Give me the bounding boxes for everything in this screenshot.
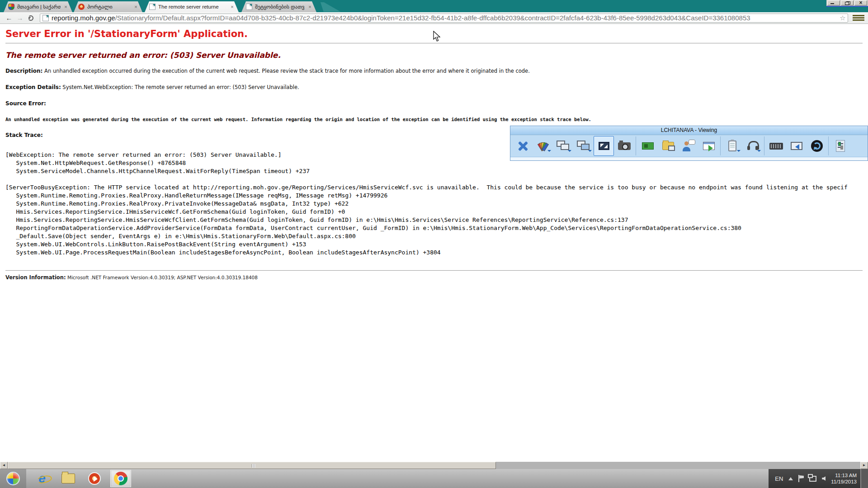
folder-icon — [662, 142, 674, 150]
volume-icon[interactable] — [822, 476, 826, 481]
stack-trace-label: Stack Trace: — [5, 132, 43, 138]
error-page: Server Error in '/StationaryForm' Applic… — [0, 24, 868, 462]
taskbar-internet-explorer[interactable]: e — [32, 470, 52, 487]
url-path: /Stationaryform/Default.aspx?formID=aa04… — [115, 14, 750, 22]
tab-home-georgia[interactable]: მთავარი | საქართველ — [4, 1, 72, 12]
send-window-icon[interactable] — [698, 136, 719, 156]
tab-remote-server-error[interactable]: The remote server returne — [145, 1, 239, 12]
headset-icon — [747, 141, 758, 151]
clock[interactable]: 11:13 AM 11/19/2013 — [831, 472, 859, 485]
bookmark-star-icon[interactable] — [838, 14, 848, 22]
exception-details-line: Exception Details: System.Net.WebExcepti… — [5, 84, 863, 90]
reload-icon — [28, 15, 33, 21]
show-desktop-button[interactable] — [860, 469, 868, 488]
audio-headset-icon[interactable] — [742, 136, 763, 156]
action-center-flag-icon[interactable] — [798, 475, 804, 482]
reboot-refresh-icon[interactable] — [807, 136, 827, 156]
minimize-button[interactable] — [827, 0, 840, 5]
internet-explorer-icon: e — [38, 471, 46, 486]
show-hidden-icons-chevron[interactable] — [788, 475, 793, 480]
color-quality-icon[interactable] — [533, 136, 553, 156]
toolbar-separator — [720, 136, 721, 155]
windows-logo-icon — [6, 472, 20, 485]
scroll-left-arrow-icon[interactable] — [0, 462, 8, 469]
chrome-toolbar: reporting.moh.gov.ge/Stationaryform/Defa… — [0, 12, 868, 24]
error-subtitle: The remote server returned an error: (50… — [5, 51, 863, 60]
tab-title: პორტალი — [87, 4, 131, 10]
chat-icon[interactable] — [678, 136, 698, 156]
version-information-label: Version Information: — [5, 274, 66, 281]
chrome-tab-strip: მთავარი | საქართველ პორტალი The remote s… — [0, 0, 868, 12]
tab-close-icon[interactable] — [63, 4, 69, 10]
window-arrow-icon — [703, 142, 715, 150]
page-favicon — [42, 15, 49, 21]
folder-icon — [61, 474, 75, 483]
settings-sliders-icon[interactable] — [830, 136, 850, 156]
ctrl-alt-del-icon[interactable] — [786, 136, 807, 156]
system-tray: EN 11:13 AM 11/19/2013 — [769, 469, 860, 488]
source-error-line: Source Error: — [5, 100, 863, 107]
network-icon[interactable] — [809, 476, 816, 482]
new-tab-button[interactable] — [321, 2, 344, 12]
file-transfer-icon[interactable] — [658, 136, 678, 156]
remote-desktop-screen: მთავარი | საქართველ პორტალი The remote s… — [0, 0, 868, 488]
back-button[interactable] — [4, 13, 14, 23]
mouse-cursor — [433, 31, 441, 44]
description-label: Description: — [5, 68, 42, 74]
toolbar-separator — [828, 136, 829, 155]
tab-notifications[interactable]: შეტყობინების დათვალ — [241, 1, 316, 12]
toolbar-separator — [636, 136, 636, 155]
language-indicator[interactable]: EN — [775, 475, 783, 482]
tab-portal[interactable]: პორტალი — [74, 1, 142, 12]
source-error-label: Source Error: — [5, 100, 46, 107]
tab-title: The remote server returne — [158, 4, 227, 9]
source-error-text: An unhandled exception was generated dur… — [5, 117, 863, 122]
tab-close-icon[interactable] — [133, 4, 139, 10]
chrome-icon — [114, 472, 127, 485]
start-button[interactable] — [0, 469, 26, 488]
fit-to-screen-icon[interactable] — [594, 136, 614, 156]
monitors-icon[interactable] — [553, 136, 573, 156]
disconnect-x-icon[interactable] — [512, 136, 533, 156]
close-button[interactable] — [854, 0, 867, 5]
page-favicon — [149, 4, 156, 10]
divider — [5, 270, 863, 271]
viewer-toolbar-window: LCHITANAVA - Viewing — [510, 126, 868, 161]
restore-button[interactable] — [841, 0, 854, 5]
clipboard-icon[interactable] — [722, 136, 742, 156]
viewer-toolbar — [510, 135, 868, 157]
viewer-title-bar[interactable]: LCHITANAVA - Viewing — [510, 126, 868, 135]
taskbar-chrome[interactable] — [110, 470, 131, 487]
scrollbar-thumb[interactable] — [8, 462, 496, 469]
georgia-shield-favicon — [8, 4, 14, 10]
viewer-window-bottom — [510, 157, 868, 160]
description-text: An unhandled exception occurred during t… — [44, 68, 530, 74]
cursor-arrow-icon — [433, 31, 441, 42]
send-keyboard-icon[interactable] — [766, 136, 786, 156]
address-bar[interactable]: reporting.moh.gov.ge/Stationaryform/Defa… — [40, 14, 848, 23]
taskbar-file-explorer[interactable] — [58, 470, 79, 487]
taskbar-media-player[interactable] — [84, 470, 105, 487]
monitor-arrow-icon — [791, 142, 802, 150]
scroll-right-arrow-icon[interactable] — [860, 462, 868, 469]
reload-button[interactable] — [25, 13, 36, 23]
exception-details-text: System.Net.WebException: The remote serv… — [62, 84, 299, 90]
tab-close-icon[interactable] — [307, 4, 313, 10]
arrange-monitor-icon — [577, 141, 590, 151]
graphics-card-icon[interactable] — [637, 136, 658, 156]
version-information-line: Version Information: Microsoft .NET Fram… — [5, 274, 863, 281]
person-chat-icon — [683, 141, 694, 151]
tab-title: მთავარი | საქართველ — [17, 4, 61, 10]
chrome-menu-icon[interactable] — [853, 14, 864, 23]
keyboard-icon — [769, 143, 783, 150]
arrange-windows-icon[interactable] — [573, 136, 594, 156]
x-icon — [517, 140, 528, 152]
url-text: reporting.moh.gov.ge/Stationaryform/Defa… — [52, 14, 750, 22]
taskbar: e EN 11:13 AM 11/19/2013 — [0, 469, 868, 488]
version-information-text: Microsoft .NET Framework Version:4.0.303… — [67, 275, 258, 280]
horizontal-scrollbar[interactable] — [0, 462, 868, 469]
forward-button[interactable] — [14, 13, 25, 23]
tab-close-icon[interactable] — [229, 4, 235, 10]
sliders-icon — [836, 140, 845, 152]
screenshot-camera-icon[interactable] — [614, 136, 634, 156]
